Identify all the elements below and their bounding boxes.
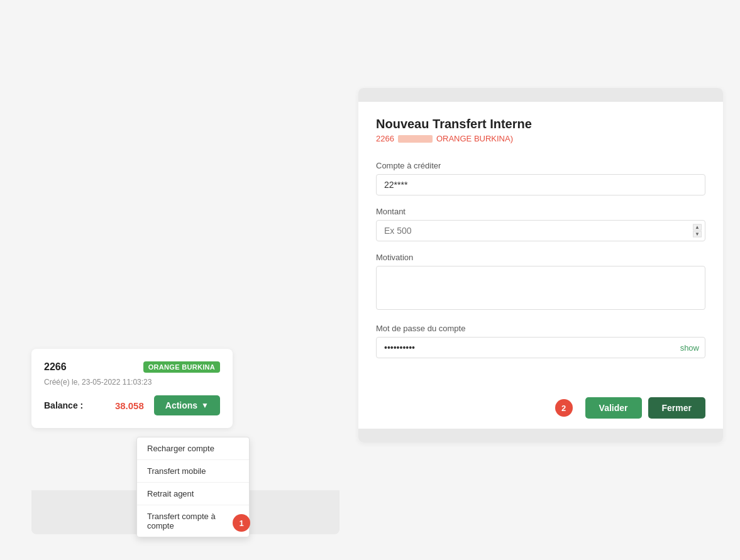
transfer-panel: Nouveau Transfert Interne 2266 ORANGE BU… [358, 88, 723, 442]
motivation-input[interactable] [376, 266, 705, 310]
account-number-display: 2266 [44, 361, 67, 373]
password-wrapper: show [376, 337, 705, 358]
badge-1: 1 [233, 514, 250, 532]
subtitle-redacted [398, 135, 433, 143]
account-card: 2266 ORANGE BURKINA Créé(e) le, 23-05-20… [31, 349, 233, 428]
actions-label: Actions [165, 400, 197, 410]
dropdown-item-transfert-mobile[interactable]: Transfert mobile [137, 460, 249, 483]
panel-footer: 2 Valider Fermer [358, 387, 723, 429]
actions-button[interactable]: Actions ▼ [154, 395, 220, 415]
created-date: Créé(e) le, 23-05-2022 11:03:23 [44, 378, 220, 387]
compte-group: Compte à créditer [376, 161, 705, 195]
password-group: Mot de passe du compte show [376, 324, 705, 358]
account-number: 2266 [44, 361, 67, 372]
dropdown-item-recharger[interactable]: Recharger compte [137, 437, 249, 460]
balance-value: 38.058 [115, 400, 144, 411]
operator-badge: ORANGE BURKINA [143, 361, 220, 373]
dropdown-item-retrait[interactable]: Retrait agent [137, 483, 249, 505]
badge-2: 2 [555, 399, 573, 417]
balance-label: Balance : [44, 400, 83, 410]
page-container: 2266 ORANGE BURKINA Créé(e) le, 23-05-20… [0, 0, 740, 560]
montant-wrapper: ▲ ▼ [376, 220, 705, 241]
panel-content: Nouveau Transfert Interne 2266 ORANGE BU… [358, 102, 723, 387]
motivation-group: Motivation [376, 253, 705, 312]
compte-input[interactable] [376, 174, 705, 195]
subtitle-operator: ORANGE BURKINA) [436, 134, 513, 143]
fermer-button[interactable]: Fermer [648, 397, 705, 419]
balance-row: Balance : 38.058 Actions ▼ [44, 395, 220, 415]
montant-group: Montant ▲ ▼ [376, 207, 705, 241]
panel-subtitle: 2266 ORANGE BURKINA) [376, 134, 705, 143]
montant-input[interactable] [376, 220, 705, 241]
panel-title: Nouveau Transfert Interne [376, 117, 705, 131]
show-password-link[interactable]: show [680, 343, 699, 353]
spinner-up[interactable]: ▲ [693, 224, 702, 231]
number-spinners: ▲ ▼ [693, 224, 702, 238]
panel-top-bar [358, 88, 723, 102]
subtitle-number: 2266 [376, 134, 394, 143]
spinner-down[interactable]: ▼ [693, 231, 702, 238]
arrow-down-icon: ▼ [201, 401, 209, 410]
valider-button[interactable]: Valider [585, 397, 642, 419]
password-label: Mot de passe du compte [376, 324, 705, 333]
compte-label: Compte à créditer [376, 161, 705, 170]
password-input[interactable] [376, 337, 705, 358]
montant-label: Montant [376, 207, 705, 216]
motivation-label: Motivation [376, 253, 705, 262]
card-header: 2266 ORANGE BURKINA [44, 361, 220, 373]
panel-bottom-bar [358, 429, 723, 442]
